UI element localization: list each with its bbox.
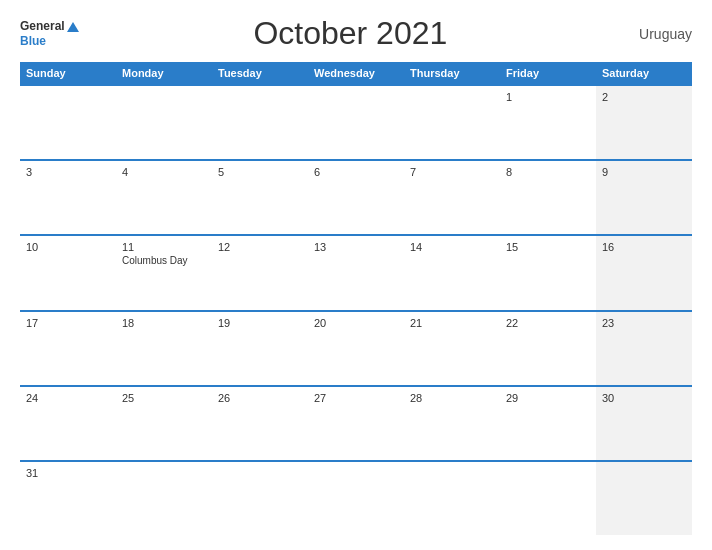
calendar-cell-w2-d4: 6 bbox=[308, 161, 404, 234]
calendar-body: 1234567891011Columbus Day121314151617181… bbox=[20, 84, 692, 535]
day-number: 10 bbox=[26, 241, 110, 253]
day-number: 24 bbox=[26, 392, 110, 404]
calendar-cell-w3-d6: 15 bbox=[500, 236, 596, 309]
calendar-cell-w4-d4: 20 bbox=[308, 312, 404, 385]
calendar-week-3: 1011Columbus Day1213141516 bbox=[20, 234, 692, 309]
calendar-cell-w4-d5: 21 bbox=[404, 312, 500, 385]
day-number: 6 bbox=[314, 166, 398, 178]
day-number: 30 bbox=[602, 392, 686, 404]
calendar-cell-w6-d3 bbox=[212, 462, 308, 535]
calendar-cell-w5-d2: 25 bbox=[116, 387, 212, 460]
calendar-week-4: 17181920212223 bbox=[20, 310, 692, 385]
day-number: 4 bbox=[122, 166, 206, 178]
calendar-week-2: 3456789 bbox=[20, 159, 692, 234]
day-number: 14 bbox=[410, 241, 494, 253]
calendar-cell-w1-d6: 1 bbox=[500, 86, 596, 159]
day-number: 31 bbox=[26, 467, 110, 479]
calendar-cell-w5-d3: 26 bbox=[212, 387, 308, 460]
day-number: 16 bbox=[602, 241, 686, 253]
calendar-week-5: 24252627282930 bbox=[20, 385, 692, 460]
day-number: 7 bbox=[410, 166, 494, 178]
day-number: 15 bbox=[506, 241, 590, 253]
day-number: 11 bbox=[122, 241, 206, 253]
calendar-cell-w5-d4: 27 bbox=[308, 387, 404, 460]
calendar-cell-w3-d7: 16 bbox=[596, 236, 692, 309]
calendar-title: October 2021 bbox=[79, 15, 622, 52]
calendar-cell-w1-d7: 2 bbox=[596, 86, 692, 159]
calendar-cell-w4-d3: 19 bbox=[212, 312, 308, 385]
calendar-cell-w5-d7: 30 bbox=[596, 387, 692, 460]
day-number: 22 bbox=[506, 317, 590, 329]
calendar-cell-w2-d6: 8 bbox=[500, 161, 596, 234]
day-number: 28 bbox=[410, 392, 494, 404]
day-number: 3 bbox=[26, 166, 110, 178]
day-number: 29 bbox=[506, 392, 590, 404]
day-number: 5 bbox=[218, 166, 302, 178]
calendar-cell-w2-d3: 5 bbox=[212, 161, 308, 234]
header-day-monday: Monday bbox=[116, 62, 212, 84]
calendar-cell-w5-d1: 24 bbox=[20, 387, 116, 460]
day-number: 8 bbox=[506, 166, 590, 178]
calendar-week-1: 12 bbox=[20, 84, 692, 159]
calendar-cell-w6-d4 bbox=[308, 462, 404, 535]
calendar-cell-w3-d3: 12 bbox=[212, 236, 308, 309]
calendar-cell-w5-d6: 29 bbox=[500, 387, 596, 460]
header-day-thursday: Thursday bbox=[404, 62, 500, 84]
event-label: Columbus Day bbox=[122, 255, 206, 266]
header-day-saturday: Saturday bbox=[596, 62, 692, 84]
calendar-cell-w1-d3 bbox=[212, 86, 308, 159]
calendar-cell-w3-d2: 11Columbus Day bbox=[116, 236, 212, 309]
calendar-cell-w6-d2 bbox=[116, 462, 212, 535]
logo: General Blue bbox=[20, 19, 79, 48]
calendar-cell-w6-d5 bbox=[404, 462, 500, 535]
calendar-page: General Blue October 2021 Uruguay Sunday… bbox=[0, 0, 712, 550]
day-number: 25 bbox=[122, 392, 206, 404]
logo-general-text: General bbox=[20, 19, 79, 33]
calendar-cell-w5-d5: 28 bbox=[404, 387, 500, 460]
header-day-friday: Friday bbox=[500, 62, 596, 84]
calendar-cell-w6-d1: 31 bbox=[20, 462, 116, 535]
day-number: 17 bbox=[26, 317, 110, 329]
header-day-wednesday: Wednesday bbox=[308, 62, 404, 84]
calendar-cell-w6-d7 bbox=[596, 462, 692, 535]
header-day-tuesday: Tuesday bbox=[212, 62, 308, 84]
calendar-cell-w1-d2 bbox=[116, 86, 212, 159]
country-label: Uruguay bbox=[622, 26, 692, 42]
calendar-cell-w4-d7: 23 bbox=[596, 312, 692, 385]
day-number: 27 bbox=[314, 392, 398, 404]
day-number: 18 bbox=[122, 317, 206, 329]
day-number: 20 bbox=[314, 317, 398, 329]
calendar-cell-w2-d1: 3 bbox=[20, 161, 116, 234]
day-number: 21 bbox=[410, 317, 494, 329]
calendar-cell-w2-d5: 7 bbox=[404, 161, 500, 234]
calendar-grid: SundayMondayTuesdayWednesdayThursdayFrid… bbox=[20, 62, 692, 535]
calendar-cell-w4-d1: 17 bbox=[20, 312, 116, 385]
calendar-header: General Blue October 2021 Uruguay bbox=[20, 15, 692, 52]
logo-triangle-icon bbox=[67, 22, 79, 32]
logo-blue-text: Blue bbox=[20, 34, 79, 48]
calendar-cell-w4-d6: 22 bbox=[500, 312, 596, 385]
calendar-cell-w4-d2: 18 bbox=[116, 312, 212, 385]
day-number: 23 bbox=[602, 317, 686, 329]
header-day-sunday: Sunday bbox=[20, 62, 116, 84]
calendar-cell-w2-d2: 4 bbox=[116, 161, 212, 234]
day-number: 19 bbox=[218, 317, 302, 329]
calendar-cell-w1-d5 bbox=[404, 86, 500, 159]
day-number: 12 bbox=[218, 241, 302, 253]
calendar-week-6: 31 bbox=[20, 460, 692, 535]
day-number: 1 bbox=[506, 91, 590, 103]
day-number: 9 bbox=[602, 166, 686, 178]
calendar-cell-w6-d6 bbox=[500, 462, 596, 535]
calendar-cell-w1-d4 bbox=[308, 86, 404, 159]
calendar-cell-w1-d1 bbox=[20, 86, 116, 159]
calendar-header-row: SundayMondayTuesdayWednesdayThursdayFrid… bbox=[20, 62, 692, 84]
day-number: 2 bbox=[602, 91, 686, 103]
calendar-cell-w3-d5: 14 bbox=[404, 236, 500, 309]
calendar-cell-w3-d1: 10 bbox=[20, 236, 116, 309]
calendar-cell-w3-d4: 13 bbox=[308, 236, 404, 309]
day-number: 13 bbox=[314, 241, 398, 253]
day-number: 26 bbox=[218, 392, 302, 404]
calendar-cell-w2-d7: 9 bbox=[596, 161, 692, 234]
